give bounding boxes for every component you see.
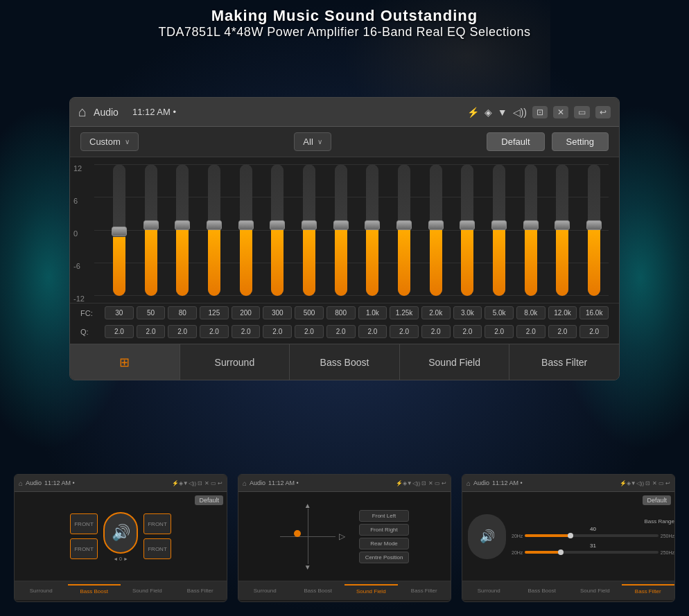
slider-thumb-1.25k[interactable] — [396, 220, 412, 230]
slider-thumb-500[interactable] — [302, 220, 317, 230]
sc1-tab-bassboost[interactable]: Bass Boost — [68, 584, 121, 597]
fc-cell-500[interactable]: 500 — [295, 306, 324, 319]
tab-sound-field[interactable]: Sound Field — [400, 344, 510, 380]
sc2-tab-bassboost[interactable]: Bass Boost — [292, 585, 345, 597]
fc-cell-800[interactable]: 800 — [326, 306, 356, 319]
tab-eq[interactable]: ⊞ — [70, 344, 180, 380]
home-icon[interactable]: ⌂ — [78, 104, 87, 120]
q-cell-12.0k[interactable]: 2.0 — [548, 325, 577, 338]
q-cell-5.0k[interactable]: 2.0 — [485, 325, 514, 338]
fc-cell-2.0k[interactable]: 2.0k — [421, 306, 451, 319]
q-cell-50[interactable]: 2.0 — [137, 325, 166, 338]
slider-thumb-30[interactable] — [112, 227, 127, 236]
slider-band-125[interactable] — [200, 164, 229, 303]
camera-btn[interactable]: ⊡ — [532, 106, 548, 118]
q-cell-500[interactable]: 2.0 — [295, 325, 324, 338]
slider-thumb-16.0k[interactable] — [586, 220, 602, 230]
slider-thumb-8.0k[interactable] — [523, 220, 539, 230]
fc-cell-50[interactable]: 50 — [137, 306, 166, 319]
q-cell-8.0k[interactable]: 2.0 — [516, 325, 546, 338]
sc3-default-btn[interactable]: Default — [643, 495, 671, 505]
q-cell-16.0k[interactable]: 2.0 — [579, 325, 609, 338]
q-cell-300[interactable]: 2.0 — [263, 325, 292, 338]
tab-bass-filter[interactable]: Bass Filter — [509, 344, 619, 380]
q-cell-800[interactable]: 2.0 — [326, 325, 356, 338]
q-cell-1.25k[interactable]: 2.0 — [390, 325, 419, 338]
sc1-default-btn[interactable]: Default — [195, 495, 223, 505]
sc2-front-left-btn[interactable]: Front Left — [359, 510, 410, 522]
slider-thumb-12.0k[interactable] — [555, 220, 570, 230]
tab-surround[interactable]: Surround — [180, 344, 290, 380]
fc-cell-3.0k[interactable]: 3.0k — [453, 306, 482, 319]
q-cell-30[interactable]: 2.0 — [105, 325, 134, 338]
setting-button[interactable]: Setting — [552, 132, 609, 151]
sc3-tab-soundfield[interactable]: Sound Field — [568, 585, 622, 597]
default-button[interactable]: Default — [487, 132, 544, 151]
slider-band-12.0k[interactable] — [548, 164, 577, 303]
sc3-tab-bassfilter[interactable]: Bass Filter — [622, 584, 675, 597]
sc3-slider1-thumb[interactable] — [568, 533, 573, 538]
fc-cell-300[interactable]: 300 — [263, 306, 292, 319]
slider-band-80[interactable] — [168, 164, 197, 303]
sc3-tab-bassboost[interactable]: Bass Boost — [516, 585, 569, 597]
slider-band-2.0k[interactable] — [421, 164, 451, 303]
volume-icon[interactable]: ◁)) — [513, 107, 527, 118]
fc-cell-1.0k[interactable]: 1.0k — [358, 306, 387, 319]
slider-thumb-3.0k[interactable] — [460, 220, 475, 230]
close-btn[interactable]: ✕ — [553, 106, 568, 118]
fc-cell-80[interactable]: 80 — [168, 306, 197, 319]
q-cell-2.0k[interactable]: 2.0 — [421, 325, 451, 338]
slider-thumb-50[interactable] — [143, 220, 159, 230]
q-cell-80[interactable]: 2.0 — [168, 325, 197, 338]
q-cell-1.0k[interactable]: 2.0 — [358, 325, 387, 338]
slider-band-16.0k[interactable] — [579, 164, 609, 303]
slider-band-8.0k[interactable] — [516, 164, 546, 303]
fc-cell-125[interactable]: 125 — [200, 306, 229, 319]
tab-bass-boost[interactable]: Bass Boost — [290, 344, 400, 380]
slider-band-200[interactable] — [232, 164, 261, 303]
sc3-slider1-track[interactable] — [525, 534, 658, 537]
sc1-tab-surround[interactable]: Surround — [15, 585, 68, 597]
slider-thumb-300[interactable] — [270, 220, 285, 230]
sc2-tab-bassfilter[interactable]: Bass Filter — [398, 585, 451, 597]
sc1-tab-soundfield[interactable]: Sound Field — [121, 585, 174, 597]
slider-band-800[interactable] — [326, 164, 356, 303]
sc2-tab-surround[interactable]: Surround — [238, 585, 292, 597]
slider-thumb-5.0k[interactable] — [491, 220, 507, 230]
fc-cell-8.0k[interactable]: 8.0k — [516, 306, 546, 319]
slider-thumb-80[interactable] — [175, 220, 190, 230]
q-cell-125[interactable]: 2.0 — [200, 325, 229, 338]
slider-band-1.0k[interactable] — [358, 164, 387, 303]
window-btn[interactable]: ▭ — [574, 106, 590, 118]
sc2-tab-soundfield[interactable]: Sound Field — [344, 584, 398, 597]
fc-cell-5.0k[interactable]: 5.0k — [485, 306, 514, 319]
slider-band-50[interactable] — [137, 164, 166, 303]
slider-thumb-1.0k[interactable] — [365, 220, 380, 230]
fc-cell-200[interactable]: 200 — [232, 306, 261, 319]
sc2-centre-position-btn[interactable]: Centre Position — [359, 552, 410, 563]
slider-thumb-800[interactable] — [333, 220, 349, 230]
q-cell-3.0k[interactable]: 2.0 — [453, 325, 482, 338]
sc3-slider2-thumb[interactable] — [558, 549, 564, 555]
fc-cell-1.25k[interactable]: 1.25k — [390, 306, 419, 319]
preset-dropdown[interactable]: Custom ∨ — [80, 132, 139, 151]
back-btn[interactable]: ↩ — [595, 106, 611, 118]
sc3-tab-surround[interactable]: Surround — [462, 585, 516, 597]
slider-thumb-2.0k[interactable] — [428, 220, 444, 230]
fc-cell-16.0k[interactable]: 16.0k — [579, 306, 609, 319]
slider-band-5.0k[interactable] — [485, 164, 514, 303]
slider-thumb-125[interactable] — [207, 220, 222, 230]
slider-band-3.0k[interactable] — [453, 164, 482, 303]
fc-cell-30[interactable]: 30 — [105, 306, 134, 319]
slider-band-1.25k[interactable] — [390, 164, 419, 303]
sc2-front-right-btn[interactable]: Front Right — [359, 524, 410, 536]
sc1-tab-bassfilter[interactable]: Bass Filter — [174, 585, 227, 597]
slider-thumb-200[interactable] — [238, 220, 254, 230]
source-dropdown[interactable]: All ∨ — [294, 132, 331, 151]
q-cell-200[interactable]: 2.0 — [232, 325, 261, 338]
slider-band-500[interactable] — [295, 164, 324, 303]
fc-cell-12.0k[interactable]: 12.0k — [548, 306, 577, 319]
sc3-slider2-track[interactable] — [525, 551, 658, 554]
slider-band-300[interactable] — [263, 164, 292, 303]
sc2-rear-mode-btn[interactable]: Rear Mode — [359, 538, 410, 549]
